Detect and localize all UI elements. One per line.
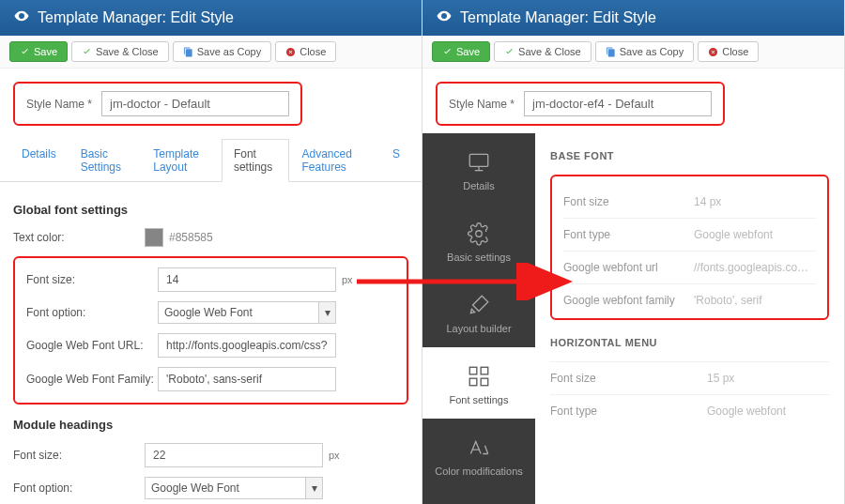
tab-font-settings[interactable]: Font settings xyxy=(222,139,290,182)
style-name-input-r[interactable] xyxy=(524,91,712,116)
right-content: BASE FONT Font size14 px Font typeGoogle… xyxy=(535,133,844,504)
base-font-highlight: Font size14 px Font typeGoogle webfont G… xyxy=(550,175,829,320)
font-option-select[interactable]: Google Web Font ▾ xyxy=(158,301,336,324)
header-title: Template Manager: Edit Style xyxy=(38,9,234,26)
font-size-label: Font size: xyxy=(26,273,158,286)
tab-template-layout[interactable]: Template Layout xyxy=(141,139,222,181)
color-swatch[interactable] xyxy=(145,228,163,247)
hmenu-title: HORIZONTAL MENU xyxy=(550,337,829,348)
r-font-type-val[interactable]: Google webfont xyxy=(694,228,816,241)
m-font-option-label: Font option: xyxy=(13,481,145,495)
style-name-row-r: Style Name * xyxy=(422,69,844,133)
r-webfont-family-label: Google webfont family xyxy=(563,294,694,307)
eye-icon xyxy=(436,8,453,28)
eye-icon xyxy=(13,8,30,28)
header-bar-r: Template Manager: Edit Style xyxy=(422,0,844,36)
right-panel: Template Manager: Edit Style Save Save &… xyxy=(422,0,845,504)
r-font-size-val[interactable]: 14 px xyxy=(694,195,816,208)
h-font-size-val[interactable]: 15 px xyxy=(707,372,829,385)
gear-icon xyxy=(467,221,491,246)
base-font-title: BASE FONT xyxy=(550,150,829,161)
vertical-nav: Details Basic settings Layout builder Fo… xyxy=(422,133,535,504)
style-name-input[interactable] xyxy=(101,91,289,116)
font-option-label: Font option: xyxy=(26,306,158,319)
tab-advanced-features[interactable]: Advanced Features xyxy=(289,139,380,181)
svg-rect-7 xyxy=(481,378,488,386)
svg-rect-4 xyxy=(469,367,477,374)
color-value: #858585 xyxy=(169,231,213,244)
type-icon xyxy=(467,435,491,460)
style-name-row: Style Name * xyxy=(0,69,422,133)
vnav-font-settings[interactable]: Font settings xyxy=(422,347,535,419)
save-close-button[interactable]: Save & Close xyxy=(494,41,592,62)
global-font-title: Global font settings xyxy=(13,203,408,217)
header-title-r: Template Manager: Edit Style xyxy=(460,9,656,26)
close-button[interactable]: Close xyxy=(275,41,336,62)
h-font-size-label: Font size xyxy=(550,372,707,385)
tabs: Details Basic Settings Template Layout F… xyxy=(0,139,422,182)
save-copy-button[interactable]: Save as Copy xyxy=(173,41,271,62)
r-webfont-url-val[interactable]: //fonts.googleapis.com/css? xyxy=(694,261,816,274)
vnav-color-mods[interactable]: Color modifications xyxy=(422,419,535,490)
save-close-button[interactable]: Save & Close xyxy=(71,41,169,62)
h-font-type-val[interactable]: Google webfont xyxy=(707,405,829,418)
annotation-arrow xyxy=(357,263,582,303)
m-font-option-select[interactable]: Google Web Font ▾ xyxy=(145,477,323,499)
font-family-label: Google Web Font Family: xyxy=(26,373,158,386)
font-url-label: Google Web Font URL: xyxy=(26,339,158,352)
form-area: Global font settings Text color: #858585… xyxy=(0,182,422,504)
m-font-size-input[interactable] xyxy=(145,443,323,467)
header-bar: Template Manager: Edit Style xyxy=(0,0,422,36)
r-font-type-label: Font type xyxy=(563,228,694,241)
save-button[interactable]: Save xyxy=(9,41,68,62)
svg-rect-6 xyxy=(469,378,477,386)
toolbar-r: Save Save & Close Save as Copy Close xyxy=(422,36,844,69)
highlight-box: Style Name * xyxy=(13,82,302,126)
chevron-down-icon: ▾ xyxy=(305,478,322,498)
m-font-size-unit: px xyxy=(329,450,340,461)
h-font-type-label: Font type xyxy=(550,405,707,418)
r-font-size-label: Font size xyxy=(563,195,694,208)
font-size-unit: px xyxy=(342,274,353,285)
close-button[interactable]: Close xyxy=(698,41,759,62)
global-font-highlight: Font size: px Font option: Google Web Fo… xyxy=(13,256,408,405)
tab-more[interactable]: S xyxy=(380,139,412,181)
svg-point-3 xyxy=(476,231,483,237)
highlight-box-r: Style Name * xyxy=(436,82,725,126)
module-headings-title: Module headings xyxy=(13,418,408,432)
r-webfont-url-label: Google webfont url xyxy=(563,261,694,274)
text-color-label: Text color: xyxy=(13,231,145,244)
tab-details[interactable]: Details xyxy=(9,139,69,181)
grid-icon xyxy=(467,364,491,389)
vnav-details[interactable]: Details xyxy=(422,133,535,205)
r-webfont-family-val[interactable]: 'Roboto', serif xyxy=(694,294,816,307)
chevron-down-icon: ▾ xyxy=(318,302,335,323)
m-font-size-label: Font size: xyxy=(13,449,145,462)
monitor-icon xyxy=(467,150,491,175)
toolbar: Save Save & Close Save as Copy Close xyxy=(0,36,422,69)
save-copy-button[interactable]: Save as Copy xyxy=(595,41,694,62)
svg-rect-0 xyxy=(469,154,488,166)
tab-basic-settings[interactable]: Basic Settings xyxy=(69,139,142,181)
style-name-label: Style Name * xyxy=(26,98,92,111)
left-panel: Template Manager: Edit Style Save Save &… xyxy=(0,0,422,504)
save-button[interactable]: Save xyxy=(432,41,490,62)
font-family-input[interactable] xyxy=(158,367,336,391)
svg-rect-5 xyxy=(481,367,488,374)
font-size-input[interactable] xyxy=(158,267,336,292)
font-url-input[interactable] xyxy=(158,333,336,358)
style-name-label-r: Style Name * xyxy=(449,98,515,111)
